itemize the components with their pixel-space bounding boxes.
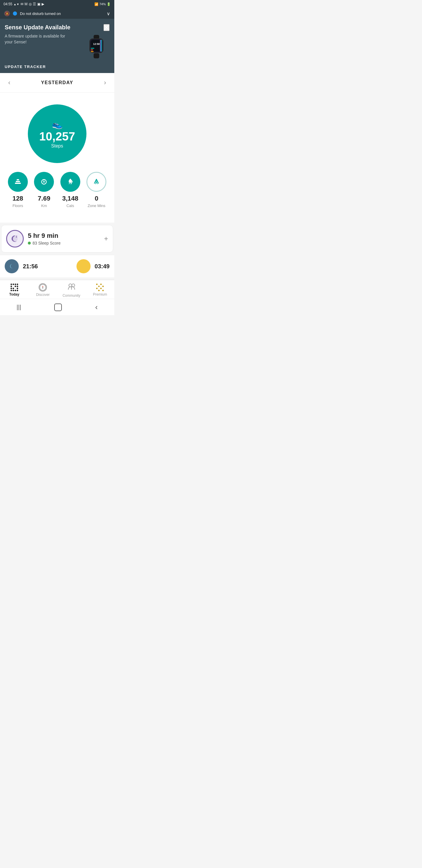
nav-today[interactable]: Today: [0, 284, 29, 297]
svg-point-18: [82, 265, 85, 268]
bottom-nav: Today Discover Community: [0, 280, 114, 299]
premium-label: Premium: [93, 292, 107, 297]
stat-cals[interactable]: 3,148 Cals: [57, 172, 84, 208]
nav-discover[interactable]: Discover: [29, 283, 58, 297]
bedtime-value: 21:56: [23, 263, 38, 270]
update-banner-title: Sense Update Available: [5, 24, 70, 31]
svg-rect-11: [16, 181, 20, 182]
update-tracker-button[interactable]: UPDATE TRACKER: [5, 64, 109, 69]
steps-circle[interactable]: 👟 10,257 Steps: [28, 104, 87, 163]
update-banner: Sense Update Available ✕ A firmware upda…: [0, 19, 114, 73]
date-nav: ‹ YESTERDAY ›: [0, 73, 114, 93]
svg-text:z: z: [16, 235, 17, 238]
floors-label: Floors: [12, 204, 23, 208]
svg-rect-10: [15, 183, 21, 184]
chevron-down-icon[interactable]: ∨: [107, 11, 110, 17]
update-banner-header: Sense Update Available ✕: [5, 24, 109, 31]
svg-line-25: [82, 268, 82, 268]
sleep-score-text: 83 Sleep Score: [33, 241, 61, 245]
wake-icon: [76, 259, 91, 273]
svg-marker-28: [42, 285, 43, 287]
km-icon: [34, 172, 54, 192]
stat-floors[interactable]: 128 Floors: [5, 172, 31, 208]
notification-bar: 🔕 Do not disturb turned on ∨: [0, 8, 114, 19]
status-bar: 04:55 ▲▼ ✉ M ◎ ☰ ▣ ▶ 📶 74% 🔋: [0, 0, 114, 8]
floors-value: 128: [12, 195, 23, 202]
status-right: 📶 74% 🔋: [94, 2, 111, 6]
svg-rect-8: [100, 40, 102, 52]
svg-marker-29: [42, 288, 43, 289]
android-back-button[interactable]: ‹: [95, 303, 98, 312]
nav-premium[interactable]: Premium: [86, 284, 115, 297]
bedtime-icon: [5, 259, 19, 273]
cals-label: Cals: [67, 204, 74, 208]
svg-rect-12: [17, 179, 19, 180]
svg-rect-7: [91, 51, 94, 52]
svg-point-30: [42, 287, 43, 288]
status-time: 04:55 ▲▼ ✉ M ◎ ☰ ▣ ▶: [3, 2, 44, 6]
dnd-icon: 🔕: [4, 10, 10, 17]
svg-rect-5: [91, 48, 94, 49]
sleep-section: z 5 hr 9 min 83 Sleep Score + 21:56: [0, 223, 114, 280]
steps-container[interactable]: 👟 10,257 Steps: [5, 104, 109, 163]
zone-mins-label: Zone Mins: [88, 204, 105, 208]
android-home-button[interactable]: [54, 304, 62, 311]
svg-line-23: [82, 265, 82, 265]
svg-point-14: [43, 181, 45, 183]
cals-value: 3,148: [62, 195, 78, 202]
stats-row: 128 Floors 7.69 Km 3,148 Cals: [5, 172, 109, 208]
today-label: Today: [9, 292, 19, 297]
steps-label: Steps: [51, 144, 63, 149]
community-label: Community: [62, 293, 80, 298]
discover-label: Discover: [36, 293, 50, 297]
sleep-time-row: 21:56 03:49: [0, 255, 114, 277]
next-date-button[interactable]: ›: [102, 78, 108, 88]
sleep-duration: 5 hr 9 min: [28, 232, 100, 240]
svg-point-31: [69, 284, 72, 287]
zone-mins-icon: [87, 172, 106, 192]
android-nav-bar: ||| ‹: [0, 299, 114, 315]
notif-dot: [13, 11, 17, 16]
update-banner-desc: A firmware update is available for your …: [5, 33, 69, 45]
sleep-info: 5 hr 9 min 83 Sleep Score: [28, 232, 100, 245]
svg-line-24: [85, 268, 85, 268]
prev-date-button[interactable]: ‹: [6, 78, 12, 88]
discover-icon: [39, 283, 47, 291]
sleep-card[interactable]: z 5 hr 9 min 83 Sleep Score +: [1, 225, 113, 252]
steps-count: 10,257: [39, 130, 75, 142]
svg-text:12:58: 12:58: [93, 42, 100, 45]
cals-icon: [60, 172, 80, 192]
community-icon: [67, 282, 75, 292]
android-menu-button[interactable]: |||: [17, 304, 22, 311]
svg-rect-6: [91, 50, 93, 51]
wake-time-value: 03:49: [95, 263, 109, 270]
km-value: 7.69: [38, 195, 51, 202]
stat-km[interactable]: 7.69 Km: [31, 172, 58, 208]
floors-icon: [8, 172, 28, 192]
notif-text: Do not disturb turned on: [20, 11, 104, 16]
main-content: 👟 10,257 Steps 128 Floors: [0, 93, 114, 223]
stat-zone-mins[interactable]: 0 Zone Mins: [84, 172, 110, 208]
svg-point-32: [72, 284, 75, 287]
update-banner-body: A firmware update is available for your …: [5, 33, 109, 60]
date-label: YESTERDAY: [41, 80, 73, 85]
sleep-score: 83 Sleep Score: [28, 241, 100, 245]
svg-line-26: [85, 265, 85, 265]
premium-icon: [96, 284, 104, 291]
zone-mins-value: 0: [95, 195, 98, 202]
steps-icon: 👟: [52, 119, 63, 129]
close-button[interactable]: ✕: [103, 24, 109, 31]
today-icon: [10, 284, 18, 291]
watch-image: 12:58: [83, 33, 109, 60]
sleep-icon: z: [6, 230, 24, 248]
nav-community[interactable]: Community: [57, 282, 86, 298]
score-dot: [28, 242, 31, 245]
km-label: Km: [41, 204, 47, 208]
add-sleep-button[interactable]: +: [104, 235, 108, 243]
svg-rect-9: [94, 53, 99, 58]
